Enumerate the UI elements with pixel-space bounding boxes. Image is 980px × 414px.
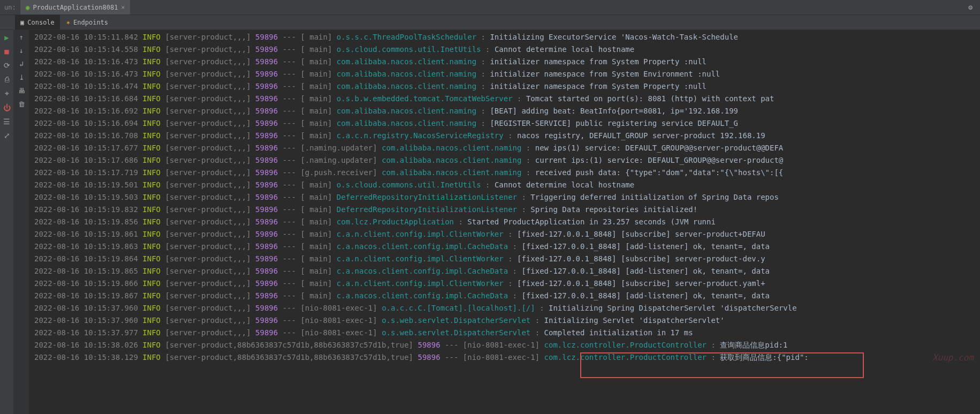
log-line: 2022-08-16 10:15:11.842 INFO [server-pro… — [34, 31, 980, 43]
endpoints-icon: ✶ — [66, 19, 70, 26]
log-line: 2022-08-16 10:15:19.864 INFO [server-pro… — [34, 253, 980, 265]
scroll-to-end-icon[interactable]: ⤓ — [19, 73, 25, 81]
tab-endpoints[interactable]: ✶ Endpoints — [61, 15, 113, 29]
log-line: 2022-08-16 10:15:17.686 INFO [server-pro… — [34, 154, 980, 167]
rerun-icon[interactable]: ▶ — [4, 33, 9, 42]
spring-boot-icon: ◉ — [26, 3, 30, 11]
log-line: 2022-08-16 10:15:16.692 INFO [server-pro… — [34, 105, 980, 117]
close-icon[interactable]: ✕ — [121, 4, 125, 11]
log-line: 2022-08-16 10:15:37.960 INFO [server-pro… — [34, 302, 980, 314]
log-line: 2022-08-16 10:15:16.473 INFO [server-pro… — [34, 56, 980, 68]
log-line: 2022-08-16 10:15:16.694 INFO [server-pro… — [34, 117, 980, 130]
tab-console[interactable]: ▣ Console — [15, 15, 60, 29]
run-gutter: ▶ ■ ⟳ ⎙ ⌖ ⏻ ☰ ⤢ — [0, 30, 14, 414]
exit-icon[interactable]: ⏻ — [3, 103, 11, 112]
run-tool-window-header: un: ◉ ProductApplication8081 ✕ ⚙ — [0, 0, 980, 15]
sub-tabs-bar: ▣ Console ✶ Endpoints — [0, 15, 980, 30]
log-line: 2022-08-16 10:15:38.129 INFO [server-pro… — [34, 351, 980, 364]
scroll-down-icon[interactable]: ↓ — [19, 47, 24, 55]
log-line: 2022-08-16 10:15:16.708 INFO [server-pro… — [34, 130, 980, 142]
log-line: 2022-08-16 10:15:19.866 INFO [server-pro… — [34, 277, 980, 290]
tab-console-label: Console — [27, 19, 55, 26]
log-line: 2022-08-16 10:15:19.832 INFO [server-pro… — [34, 204, 980, 216]
console-icon: ▣ — [20, 19, 24, 26]
log-line: 2022-08-16 10:15:19.867 INFO [server-pro… — [34, 290, 980, 302]
run-tab[interactable]: ◉ ProductApplication8081 ✕ — [20, 0, 130, 14]
restart-icon[interactable]: ⟳ — [4, 61, 10, 70]
log-line: 2022-08-16 10:15:14.558 INFO [server-pro… — [34, 43, 980, 56]
log-line: 2022-08-16 10:15:19.856 INFO [server-pro… — [34, 216, 980, 228]
tab-endpoints-label: Endpoints — [73, 19, 108, 26]
log-line: 2022-08-16 10:15:16.684 INFO [server-pro… — [34, 93, 980, 105]
stop-icon[interactable]: ■ — [4, 47, 9, 56]
log-line: 2022-08-16 10:15:19.863 INFO [server-pro… — [34, 240, 980, 253]
log-line: 2022-08-16 10:15:19.503 INFO [server-pro… — [34, 191, 980, 204]
log-line: 2022-08-16 10:15:37.960 INFO [server-pro… — [34, 314, 980, 327]
console-gutter: ↑ ↓ ↲ ⤓ 🖶 🗑 — [14, 30, 29, 414]
camera-icon[interactable]: ⎙ — [5, 75, 9, 84]
log-line: 2022-08-16 10:15:38.026 INFO [server-pro… — [34, 339, 980, 351]
log-line: 2022-08-16 10:15:19.861 INFO [server-pro… — [34, 228, 980, 240]
log-line: 2022-08-16 10:15:16.474 INFO [server-pro… — [34, 80, 980, 93]
log-line: 2022-08-16 10:15:19.865 INFO [server-pro… — [34, 265, 980, 277]
log-line: 2022-08-16 10:15:17.677 INFO [server-pro… — [34, 142, 980, 154]
pin-icon[interactable]: ⤢ — [4, 131, 10, 140]
clear-icon[interactable]: 🗑 — [18, 100, 25, 108]
print-icon[interactable]: 🖶 — [18, 87, 25, 95]
scroll-up-icon[interactable]: ↑ — [19, 33, 24, 41]
run-label: un: — [0, 4, 20, 11]
log-line: 2022-08-16 10:15:37.977 INFO [server-pro… — [34, 327, 980, 339]
run-tab-title: ProductApplication8081 — [33, 4, 118, 11]
soft-wrap-icon[interactable]: ↲ — [19, 60, 24, 68]
content-area: ▶ ■ ⟳ ⎙ ⌖ ⏻ ☰ ⤢ ↑ ↓ ↲ ⤓ 🖶 🗑 Xuup.com 202… — [0, 30, 980, 414]
debug-icon[interactable]: ⌖ — [5, 89, 9, 98]
log-line: 2022-08-16 10:15:19.501 INFO [server-pro… — [34, 179, 980, 191]
log-line: 2022-08-16 10:15:17.719 INFO [server-pro… — [34, 167, 980, 179]
gear-icon[interactable]: ⚙ — [968, 3, 973, 11]
layout-icon[interactable]: ☰ — [3, 117, 10, 126]
log-line: 2022-08-16 10:15:16.473 INFO [server-pro… — [34, 68, 980, 80]
console-output[interactable]: Xuup.com 2022-08-16 10:15:11.842 INFO [s… — [29, 30, 980, 414]
